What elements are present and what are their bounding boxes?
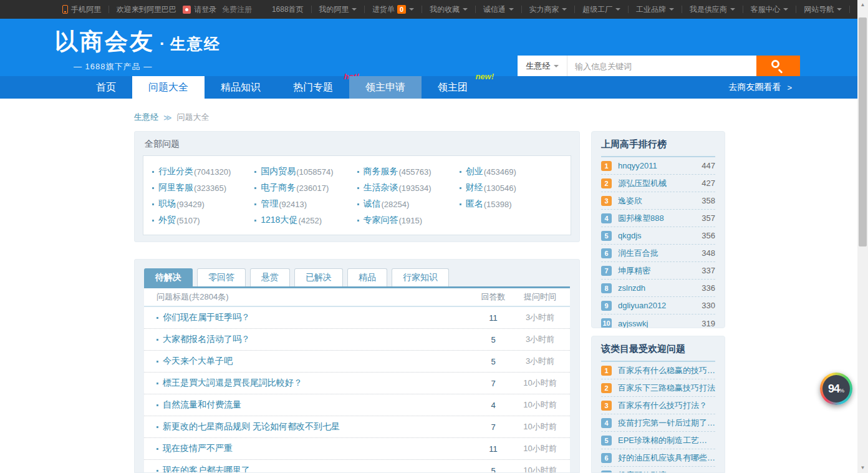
question-link[interactable]: 现在疫情严不严重: [157, 443, 471, 454]
nav-label: 领主团: [438, 81, 468, 94]
category-count: (7041320): [194, 167, 231, 177]
nav-item-lord-apply[interactable]: 领主申请: [349, 76, 422, 99]
column-answers: 回答数: [471, 291, 515, 303]
popular-question-link[interactable]: EPE珍珠棉的制造工艺流程及所: [618, 435, 715, 446]
popular-question-link[interactable]: 百家乐有什么稳赢的技巧和打法: [618, 365, 715, 376]
chengxintong-menu[interactable]: 诚信通: [483, 4, 514, 15]
rank-user-link[interactable]: 源弘压型机械: [618, 178, 698, 189]
category-link[interactable]: 商务服务(455763): [357, 166, 460, 177]
popular-question-link[interactable]: 百家乐有什么技巧打法？: [618, 400, 715, 411]
mobile-ali-link[interactable]: 手机阿里: [62, 4, 101, 15]
divider: [475, 6, 476, 13]
nav-item-questions[interactable]: 问题大全: [132, 76, 205, 99]
rank-user-link[interactable]: hnqyy2011: [618, 161, 698, 170]
search-button[interactable]: [756, 56, 800, 77]
tab-expert-knowledge[interactable]: 行家知识: [392, 268, 449, 286]
tab-pending[interactable]: 待解决: [144, 268, 193, 286]
go-business-circle-link[interactable]: 去商友圈看看 >: [728, 76, 792, 99]
question-link[interactable]: 现在的客户都去哪里了: [157, 465, 471, 473]
industry-brand-menu[interactable]: 工业品牌: [636, 4, 674, 15]
register-link[interactable]: 免费注册: [222, 4, 252, 15]
super-factory-menu[interactable]: 超级工厂: [582, 4, 620, 15]
customer-service-menu[interactable]: 客服中心: [750, 4, 788, 15]
search-input[interactable]: [567, 56, 756, 77]
rank-row: 2 源弘压型机械 427: [601, 175, 715, 192]
tab-featured[interactable]: 精品: [347, 268, 387, 286]
question-title: 你们现在属于旺季吗？: [163, 312, 250, 323]
category-link[interactable]: 匿名(15398): [460, 198, 562, 210]
category-link[interactable]: 外贸(5107): [152, 215, 254, 226]
category-link[interactable]: 国内贸易(1058574): [254, 166, 357, 177]
my-ali-menu[interactable]: 我的阿里: [319, 4, 357, 15]
category-link[interactable]: 专家问答(1915): [357, 215, 460, 226]
rank-user-link[interactable]: dgliyuan2012: [618, 301, 698, 310]
category-link[interactable]: 管理(92413): [254, 198, 357, 210]
rank-user-link[interactable]: qkgdjs: [618, 231, 698, 240]
bullet-icon: [157, 448, 158, 450]
question-link[interactable]: 自然流量和付费流量: [157, 399, 471, 411]
nav-item-knowledge[interactable]: 精品知识: [205, 76, 277, 99]
question-link[interactable]: 今天来个大单子吧: [157, 356, 471, 367]
question-link[interactable]: 標王是買大詞還是買長尾詞比較好？: [157, 378, 471, 389]
tab-solved[interactable]: 已解决: [294, 268, 343, 286]
category-label: 商务服务: [364, 166, 398, 177]
breadcrumb-root-link[interactable]: 生意经: [134, 112, 158, 123]
category-link[interactable]: 生活杂谈(193534): [357, 182, 460, 193]
home-1688-link[interactable]: 1688首页: [272, 4, 304, 15]
question-link[interactable]: 大家都报名活动了吗？: [157, 334, 471, 345]
rank-user-link[interactable]: 润生百合批: [618, 248, 698, 259]
favorites-menu[interactable]: 我的收藏: [430, 4, 468, 15]
login-link[interactable]: 请登录: [183, 4, 216, 15]
strength-merchant-menu[interactable]: 实力商家: [529, 4, 567, 15]
tab-bounty[interactable]: 悬赏: [250, 268, 290, 286]
breadcrumb: 生意经 ≫ 问题大全: [134, 112, 210, 123]
scrollbar-down-arrow[interactable]: ▼: [857, 463, 868, 473]
popular-question-link[interactable]: 百家乐下三路稳赢技巧打法: [618, 383, 715, 394]
rank-user-link[interactable]: 逸姿欣: [618, 195, 698, 207]
my-ali-label: 我的阿里: [319, 4, 349, 15]
category-label: 外贸: [158, 215, 176, 226]
category-link[interactable]: 阿里客服(323365): [152, 182, 254, 193]
question-link[interactable]: 新更改的七星商品规则 无论如何都改不到七星: [157, 421, 471, 432]
question-link[interactable]: 你们现在属于旺季吗？: [157, 312, 471, 323]
popular-question-link[interactable]: 好的油压机应该具有哪些设备？: [618, 452, 715, 464]
rank-number-badge: 3: [601, 196, 612, 206]
bullet-icon: [357, 187, 359, 189]
rank-number-badge: 1: [601, 161, 612, 171]
category-link[interactable]: 诚信(28254): [357, 198, 460, 210]
bullet-icon: [152, 220, 154, 222]
popular-question-link[interactable]: 疫苗打完第一针后过期了再去打: [618, 417, 715, 429]
category-link[interactable]: 1218大促(4252): [254, 215, 357, 226]
score-widget[interactable]: 94 %: [820, 373, 852, 405]
nav-item-hot-topics[interactable]: 热门专题 hot!: [277, 76, 349, 99]
rank-user-link[interactable]: ayjsswkj: [618, 319, 698, 328]
nav-item-home[interactable]: 首页: [80, 76, 132, 99]
popular-question-link[interactable]: 机床配件引流: [618, 470, 715, 473]
category-link[interactable]: 行业分类(7041320): [152, 166, 254, 177]
rank-user-link[interactable]: 圆邦橡塑888: [618, 213, 698, 224]
rank-user-link[interactable]: 坤厚精密: [618, 265, 698, 276]
category-grid: 行业分类(7041320) 国内贸易(1058574) 商务服务(455763)…: [143, 155, 571, 235]
new-badge: new!: [475, 72, 494, 81]
rank-score: 447: [702, 161, 715, 170]
nav-item-lord-team[interactable]: 领主团 new!: [422, 76, 484, 99]
cart-menu[interactable]: 进货单 0: [372, 4, 414, 15]
rank-score: 336: [702, 283, 715, 293]
category-link[interactable]: 职场(93429): [152, 198, 254, 210]
tab-zero-answers[interactable]: 零回答: [197, 268, 246, 286]
chevron-down-icon: [669, 8, 674, 11]
category-link[interactable]: 创业(453469): [460, 166, 562, 177]
category-link[interactable]: 财经(130546): [460, 182, 562, 193]
scrollbar[interactable]: ▲ ▼: [857, 0, 868, 473]
answer-count: 7: [471, 422, 515, 432]
supplier-menu[interactable]: 我是供应商: [690, 4, 735, 15]
table-row: 新更改的七星商品规则 无论如何都改不到七星 7 10小时前: [144, 416, 570, 438]
scrollbar-up-arrow[interactable]: ▲: [857, 0, 868, 10]
category-link[interactable]: 电子商务(236017): [254, 182, 357, 193]
site-nav-menu[interactable]: 网站导航: [804, 4, 842, 15]
rank-user-link[interactable]: zslnzdh: [618, 283, 698, 293]
search-scope-select[interactable]: 生意经: [518, 56, 567, 77]
industry-brand-label: 工业品牌: [636, 4, 666, 15]
site-logo[interactable]: 以商会友 · 生意经: [55, 26, 221, 57]
scrollbar-thumb[interactable]: [859, 17, 867, 246]
